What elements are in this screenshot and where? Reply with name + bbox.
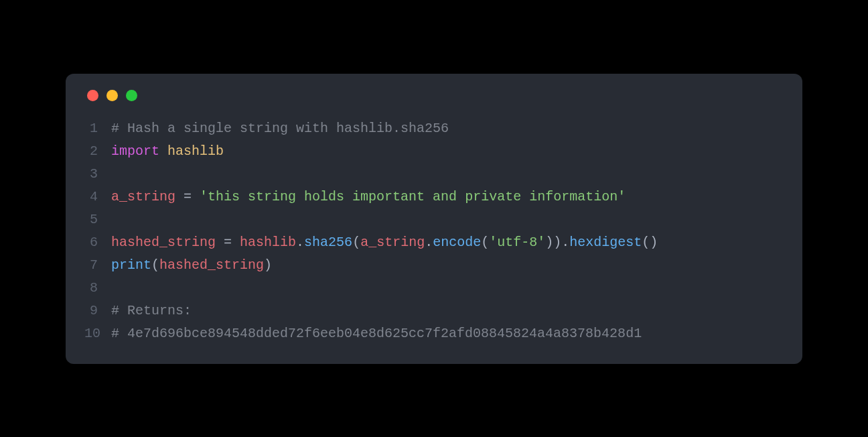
code-line[interactable]: 1# Hash a single string with hashlib.sha…: [84, 117, 784, 140]
code-token: a_string: [111, 189, 175, 204]
code-token: a_string: [360, 235, 425, 250]
code-line[interactable]: 7print(hashed_string): [84, 254, 784, 277]
line-number: 3: [84, 163, 111, 186]
code-content[interactable]: [111, 208, 784, 231]
code-editor[interactable]: 1# Hash a single string with hashlib.sha…: [84, 117, 784, 345]
code-line[interactable]: 6hashed_string = hashlib.sha256(a_string…: [84, 231, 784, 254]
code-content[interactable]: # 4e7d696bce894548dded72f6eeb04e8d625cc7…: [111, 322, 784, 345]
code-token: =: [224, 235, 232, 250]
code-token: (): [642, 235, 658, 250]
code-token: )).: [545, 235, 569, 250]
line-number: 10: [84, 322, 111, 345]
code-token: .: [425, 235, 433, 250]
code-token: sha256: [304, 235, 352, 250]
code-content[interactable]: hashed_string = hashlib.sha256(a_string.…: [111, 231, 784, 254]
code-token: [216, 235, 224, 250]
code-line[interactable]: 3: [84, 163, 784, 186]
code-line[interactable]: 8: [84, 277, 784, 300]
line-number: 2: [84, 140, 111, 163]
code-token: # Hash a single string with hashlib.sha2…: [111, 121, 449, 136]
code-token: [159, 143, 167, 159]
line-number: 8: [84, 277, 111, 300]
code-token: hashlib: [167, 143, 224, 159]
code-line[interactable]: 2import hashlib: [84, 140, 784, 163]
code-line[interactable]: 4a_string = 'this string holds important…: [84, 186, 784, 208]
window-minimize-icon[interactable]: [106, 90, 118, 101]
window-close-icon[interactable]: [87, 90, 98, 101]
code-line[interactable]: 10# 4e7d696bce894548dded72f6eeb04e8d625c…: [84, 322, 784, 345]
line-number: 6: [84, 231, 111, 254]
code-line[interactable]: 5: [84, 208, 784, 231]
code-content[interactable]: a_string = 'this string holds important …: [111, 186, 784, 208]
code-token: hexdigest: [569, 235, 642, 250]
code-line[interactable]: 9# Returns:: [84, 300, 784, 322]
code-token: =: [184, 189, 192, 204]
code-token: [232, 235, 240, 250]
code-content[interactable]: # Returns:: [111, 300, 784, 322]
code-content[interactable]: [111, 163, 784, 186]
line-number: 1: [84, 117, 111, 140]
code-content[interactable]: [111, 277, 784, 300]
line-number: 5: [84, 208, 111, 231]
code-token: [192, 189, 200, 204]
code-token: (: [352, 235, 360, 250]
code-content[interactable]: # Hash a single string with hashlib.sha2…: [111, 117, 784, 140]
code-token: (: [481, 235, 489, 250]
code-token: ): [264, 257, 272, 273]
line-number: 4: [84, 186, 111, 208]
code-token: print: [111, 257, 151, 273]
code-token: 'utf-8': [489, 235, 545, 250]
code-token: 'this string holds important and private…: [200, 189, 626, 204]
code-token: hashed_string: [111, 235, 216, 250]
code-token: import: [111, 143, 159, 159]
window-zoom-icon[interactable]: [126, 90, 137, 101]
code-window: 1# Hash a single string with hashlib.sha…: [66, 74, 802, 364]
code-token: hashlib: [240, 235, 296, 250]
code-token: # Returns:: [111, 303, 192, 318]
code-token: .: [296, 235, 304, 250]
window-traffic-lights: [84, 90, 784, 101]
code-content[interactable]: print(hashed_string): [111, 254, 784, 277]
line-number: 9: [84, 300, 111, 322]
code-token: [175, 189, 184, 204]
code-content[interactable]: import hashlib: [111, 140, 784, 163]
line-number: 7: [84, 254, 111, 277]
code-token: hashed_string: [159, 257, 264, 273]
code-token: (: [151, 257, 159, 273]
code-token: # 4e7d696bce894548dded72f6eeb04e8d625cc7…: [111, 326, 642, 341]
code-token: encode: [433, 235, 481, 250]
